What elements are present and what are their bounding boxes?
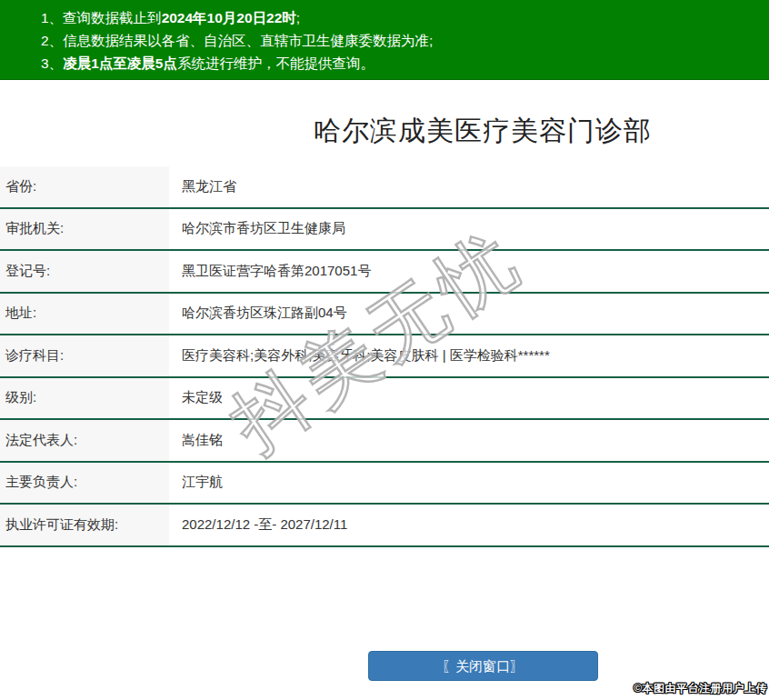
row-value: 医疗美容科;美容外科;美容牙科;美容皮肤科 | 医学检验科****** <box>169 335 550 376</box>
row-value: 哈尔滨香坊区珠江路副04号 <box>169 294 347 335</box>
row-label: 省份: <box>0 166 169 207</box>
notice-text: 3、 <box>41 55 63 71</box>
table-row: 审批机关:哈尔滨市香坊区卫生健康局 <box>0 209 769 252</box>
row-label: 登记号: <box>0 251 169 292</box>
notice-highlight: 2024年10月20日22时 <box>162 10 296 25</box>
notice-list: 1、查询数据截止到2024年10月20日22时;2、信息数据结果以各省、自治区、… <box>41 6 769 75</box>
row-label: 执业许可证有效期: <box>0 505 169 545</box>
table-row: 省份:黑龙江省 <box>0 166 769 209</box>
notice-text: 1、查询数据截止到 <box>41 10 162 25</box>
row-value: 未定级 <box>169 378 223 419</box>
notice-text: ; <box>296 10 300 25</box>
row-label: 审批机关: <box>0 209 169 250</box>
notice-highlight: 凌晨1点至凌晨5点 <box>63 55 177 71</box>
notice-text: 系统进行维护，不能提供查询。 <box>177 55 375 71</box>
page-container: 1、查询数据截止到2024年10月20日22时;2、信息数据结果以各省、自治区、… <box>0 0 769 681</box>
table-row: 法定代表人:嵩佳铭 <box>0 420 769 463</box>
uploader-credit: ©本图由平台注册用户上传 <box>634 681 767 696</box>
table-row: 登记号:黑卫医证营字哈香第2017051号 <box>0 251 769 294</box>
info-table: 省份:黑龙江省审批机关:哈尔滨市香坊区卫生健康局登记号:黑卫医证营字哈香第201… <box>0 166 769 547</box>
row-label: 级别: <box>0 378 169 419</box>
table-row: 主要负责人:江宇航 <box>0 463 769 505</box>
row-value: 黑卫医证营字哈香第2017051号 <box>169 251 371 292</box>
page-title: 哈尔滨成美医疗美容门诊部 <box>0 113 769 150</box>
table-row: 诊疗科目:医疗美容科;美容外科;美容牙科;美容皮肤科 | 医学检验科****** <box>0 335 769 378</box>
notice-item: 2、信息数据结果以各省、自治区、直辖市卫生健康委数据为准; <box>41 29 769 52</box>
table-row: 执业许可证有效期:2022/12/12 -至- 2027/12/11 <box>0 505 769 547</box>
notice-item: 1、查询数据截止到2024年10月20日22时; <box>41 6 769 29</box>
notice-text: 2、信息数据结果以各省、自治区、直辖市卫生健康委数据为准; <box>41 33 433 48</box>
row-value: 2022/12/12 -至- 2027/12/11 <box>169 505 347 545</box>
row-label: 诊疗科目: <box>0 335 169 376</box>
row-label: 地址: <box>0 294 169 335</box>
row-label: 法定代表人: <box>0 420 169 461</box>
row-value: 哈尔滨市香坊区卫生健康局 <box>169 209 345 250</box>
table-row: 级别:未定级 <box>0 378 769 421</box>
row-value: 江宇航 <box>169 463 223 504</box>
row-value: 嵩佳铭 <box>169 420 223 461</box>
row-value: 黑龙江省 <box>169 166 236 207</box>
table-row: 地址:哈尔滨香坊区珠江路副04号 <box>0 294 769 336</box>
notice-item: 3、凌晨1点至凌晨5点系统进行维护，不能提供查询。 <box>41 52 769 75</box>
close-window-button[interactable]: 〖关闭窗口〗 <box>368 651 598 681</box>
notice-bar: 1、查询数据截止到2024年10月20日22时;2、信息数据结果以各省、自治区、… <box>0 0 769 80</box>
row-label: 主要负责人: <box>0 463 169 504</box>
